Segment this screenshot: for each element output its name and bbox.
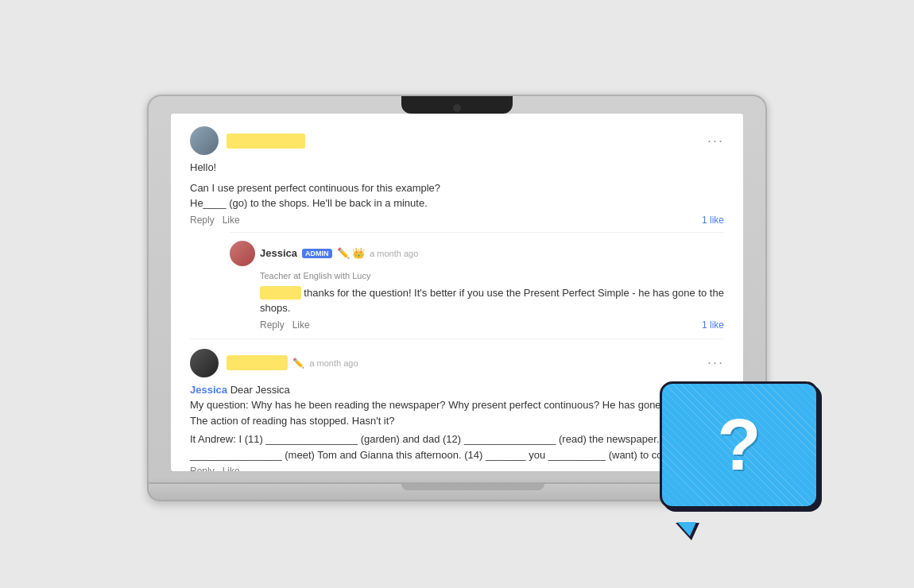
laptop-base-notch [401,484,544,490]
jessica-actions: Reply Like 1 like [260,319,724,331]
laptop-camera [453,104,461,112]
jessica-reply-btn[interactable]: Reply [260,319,285,331]
comment-3-para2: It Andrew: I (11) ________________ (gard… [190,431,724,462]
avatar-user3 [190,349,219,377]
jessica-tagged-name [260,286,301,300]
jessica-subtitle: Teacher at English with Lucy [260,271,724,280]
comment-1-line2: Can I use present perfect continuous for… [190,180,724,196]
jessica-header: Jessica ADMIN ✏️ 👑 a month ago [230,241,724,266]
comment-1-like-btn[interactable]: Like [223,215,240,226]
comment-3-actions: Reply Like 1 like [190,466,724,471]
jessica-name: Jessica [260,247,297,259]
comment-3-para1: My question: Why has he been reading the… [190,397,724,428]
username-user1-highlight [227,133,305,149]
jessica-admin-badge: ADMIN [302,249,332,258]
question-mark-symbol: ? [718,409,761,481]
jessica-mention-link[interactable]: Jessica [190,384,227,396]
question-bubble: ? [660,381,819,524]
jessica-like-btn[interactable]: Like [292,319,310,331]
avatar-user1 [190,126,219,155]
jessica-body-text: thanks for the question! It's better if … [260,287,724,315]
comment-1-menu[interactable]: ··· [707,133,724,149]
comment-3: ✏️ a month ago ··· Jessica Dear Jessica … [190,338,724,472]
jessica-like-count: 1 like [702,319,724,331]
comment-3-reply-btn[interactable]: Reply [190,466,215,471]
comment-section: ··· Hello! Can I use present perfect con… [171,114,743,471]
jessica-comment: Jessica ADMIN ✏️ 👑 a month ago Teacher a… [230,232,724,338]
jessica-avatar [230,241,255,266]
scene: ··· Hello! Can I use present perfect con… [0,0,914,588]
comment-1-header: ··· [190,126,724,155]
comment-3-dear: Dear Jessica [230,384,290,396]
comment-3-header: ✏️ a month ago ··· [190,349,724,377]
comment-3-body: Jessica Dear Jessica My question: Why ha… [190,382,724,463]
jessica-time: a month ago [370,249,418,258]
screen-content: ··· Hello! Can I use present perfect con… [171,114,743,471]
comment-1-actions: Reply Like 1 like [190,215,724,226]
bubble-body: ? [660,381,819,509]
comment-1-reply[interactable]: Reply [190,215,215,226]
comment-1-line3: He____ (go) to the shops. He'll be back … [190,195,724,211]
username-user3-highlight [227,355,288,370]
comment-1-body: Hello! Can I use present perfect continu… [190,160,724,211]
comment-3-line1: Jessica Dear Jessica [190,382,724,398]
comment-3-like-btn[interactable]: Like [223,466,240,471]
jessica-emoji: ✏️ 👑 [337,247,366,259]
bubble-tail-fill [677,522,696,536]
pencil-icon: ✏️ [292,358,304,369]
comment-1: ··· Hello! Can I use present perfect con… [190,114,724,232]
laptop-screen: ··· Hello! Can I use present perfect con… [171,114,743,471]
jessica-body: thanks for the question! It's better if … [260,285,724,316]
comment-3-time: a month ago [309,358,358,368]
comment-3-menu[interactable]: ··· [707,354,724,371]
comment-1-like-count: 1 like [702,215,724,226]
comment-1-hello: Hello! [190,160,724,176]
